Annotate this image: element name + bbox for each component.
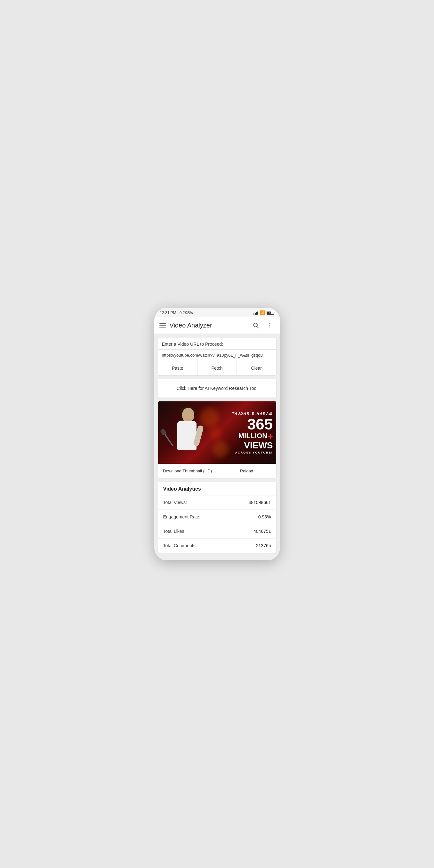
analytics-row: Engagement Rate: 0.93% bbox=[158, 510, 276, 524]
svg-line-1 bbox=[257, 327, 258, 328]
main-content: Enter a Video URL to Proceed: Paste Fetc… bbox=[154, 334, 280, 560]
views-label: VIEWS bbox=[232, 441, 273, 450]
svg-point-2 bbox=[269, 323, 270, 324]
reload-button[interactable]: Reload bbox=[217, 464, 276, 478]
wifi-icon: 📶 bbox=[260, 310, 265, 315]
thumbnail-card: TAJDAR-E-HARAM 365 MILLION + VIEWS ACROS… bbox=[158, 401, 276, 478]
url-input-container bbox=[158, 349, 276, 361]
more-options-icon[interactable] bbox=[265, 320, 275, 330]
song-title: TAJDAR-E-HARAM bbox=[232, 411, 273, 415]
battery-icon: 53 bbox=[267, 311, 274, 315]
analytics-rows: Total Views: 481598661 Engagement Rate: … bbox=[158, 495, 276, 553]
thumbnail-image: TAJDAR-E-HARAM 365 MILLION + VIEWS ACROS… bbox=[158, 401, 276, 464]
search-icon[interactable] bbox=[251, 320, 261, 330]
paste-button[interactable]: Paste bbox=[158, 361, 198, 375]
singer-figure bbox=[165, 405, 206, 464]
app-bar: Video Analyzer bbox=[154, 317, 280, 334]
svg-point-3 bbox=[269, 325, 270, 326]
status-time: 12:31 PM | 0.2KB/s bbox=[160, 311, 193, 315]
analytics-label: Total Views: bbox=[163, 500, 187, 505]
analytics-value: 213765 bbox=[256, 543, 271, 548]
svg-point-4 bbox=[269, 327, 270, 328]
analytics-label: Total Comments: bbox=[163, 543, 197, 548]
ai-keyword-label: Click Here for AI Keyword Research Tool bbox=[177, 386, 258, 391]
phone-shell: 12:31 PM | 0.2KB/s 📶 53 Video Analyzer bbox=[154, 308, 280, 560]
hamburger-menu-icon[interactable] bbox=[160, 323, 166, 328]
analytics-header: Video Analytics bbox=[158, 482, 276, 495]
views-number: 365 bbox=[232, 416, 273, 432]
analytics-value: 481598661 bbox=[249, 500, 271, 505]
plus-symbol: + bbox=[267, 432, 273, 441]
status-bar: 12:31 PM | 0.2KB/s 📶 53 bbox=[154, 308, 280, 317]
million-plus-row: MILLION + bbox=[232, 432, 273, 441]
svg-point-0 bbox=[254, 323, 257, 327]
analytics-row: Total Comments: 213765 bbox=[158, 538, 276, 553]
url-input[interactable] bbox=[162, 352, 272, 358]
thumbnail-text-overlay: TAJDAR-E-HARAM 365 MILLION + VIEWS ACROS… bbox=[232, 411, 273, 454]
fetch-button[interactable]: Fetch bbox=[198, 361, 237, 375]
action-button-row: Paste Fetch Clear bbox=[158, 361, 276, 375]
clear-button[interactable]: Clear bbox=[237, 361, 276, 375]
thumbnail-buttons: Download Thumbnail (HD) Reload bbox=[158, 464, 276, 478]
analytics-row: Total Likes: 4046751 bbox=[158, 524, 276, 538]
analytics-value: 4046751 bbox=[254, 529, 271, 534]
url-prompt-label: Enter a Video URL to Proceed: bbox=[158, 338, 276, 349]
analytics-label: Total Likes: bbox=[163, 529, 185, 534]
download-thumbnail-button[interactable]: Download Thumbnail (HD) bbox=[158, 464, 217, 478]
ai-keyword-card[interactable]: Click Here for AI Keyword Research Tool bbox=[158, 379, 276, 398]
status-icons: 📶 53 bbox=[254, 310, 274, 315]
million-label: MILLION bbox=[238, 432, 267, 439]
across-label: ACROSS YOUTUBE! bbox=[232, 451, 273, 454]
signal-icon bbox=[254, 311, 258, 315]
analytics-card: Video Analytics Total Views: 481598661 E… bbox=[158, 482, 276, 553]
analytics-label: Engagement Rate: bbox=[163, 514, 201, 519]
analytics-row: Total Views: 481598661 bbox=[158, 495, 276, 510]
app-title: Video Analyzer bbox=[170, 322, 247, 329]
analytics-value: 0.93% bbox=[258, 514, 271, 519]
url-card: Enter a Video URL to Proceed: Paste Fetc… bbox=[158, 338, 276, 375]
